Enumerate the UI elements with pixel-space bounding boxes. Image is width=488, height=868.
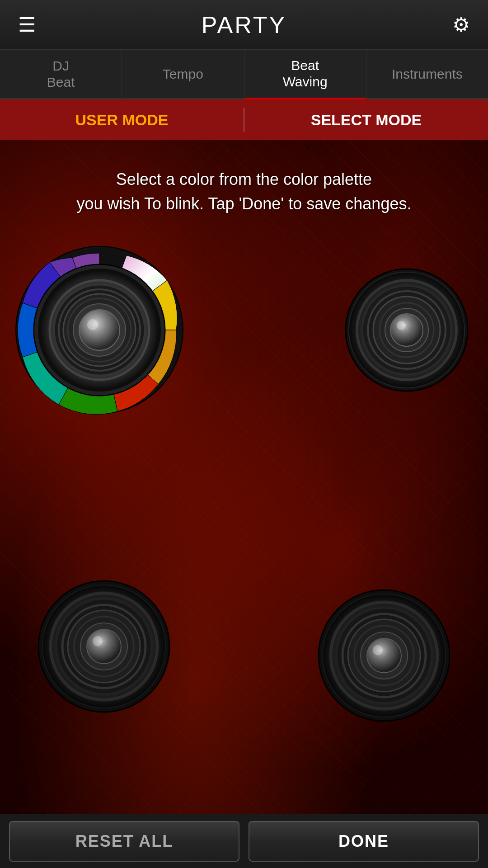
color-wheel-svg[interactable] <box>14 244 185 416</box>
speaker-bottom-right-svg[interactable] <box>316 588 452 723</box>
svg-point-11 <box>87 319 98 330</box>
tab-tempo[interactable]: Tempo <box>122 50 244 98</box>
app-title: PARTY <box>202 11 287 38</box>
tab-dj-beat[interactable]: DJBeat <box>0 50 122 98</box>
svg-point-21 <box>397 321 406 330</box>
user-mode-button[interactable]: USER MODE <box>0 99 244 140</box>
select-mode-button[interactable]: SELECT MODE <box>244 99 488 140</box>
speaker-bottom-left-svg[interactable] <box>36 579 172 714</box>
settings-icon[interactable]: ⚙ <box>452 13 470 36</box>
tab-beat-waving[interactable]: BeatWaving <box>244 50 366 99</box>
tab-instruments[interactable]: Instruments <box>366 50 488 98</box>
main-content: Select a color from the color paletteyou… <box>0 140 488 814</box>
svg-point-31 <box>93 636 103 646</box>
speaker-bottom-left[interactable] <box>36 579 172 714</box>
svg-point-10 <box>79 310 120 350</box>
speaker-color-wheel[interactable] <box>14 244 185 416</box>
speaker-top-right-svg[interactable] <box>343 267 470 393</box>
svg-point-40 <box>367 638 401 673</box>
speaker-bottom-right[interactable] <box>316 588 452 723</box>
reset-all-button[interactable]: RESET ALL <box>9 821 239 862</box>
svg-point-41 <box>373 645 383 655</box>
svg-point-20 <box>390 314 423 346</box>
menu-icon[interactable]: ☰ <box>18 13 36 36</box>
instruction-text: Select a color from the color paletteyou… <box>0 167 488 216</box>
tab-bar: DJBeat Tempo BeatWaving Instruments <box>0 50 488 99</box>
app-header: ☰ PARTY ⚙ <box>0 0 488 50</box>
speaker-top-right[interactable] <box>343 267 470 393</box>
mode-bar: USER MODE SELECT MODE <box>0 99 488 140</box>
bottom-bar: RESET ALL DONE <box>0 814 488 868</box>
svg-point-30 <box>87 629 121 664</box>
done-button[interactable]: DONE <box>249 821 479 862</box>
